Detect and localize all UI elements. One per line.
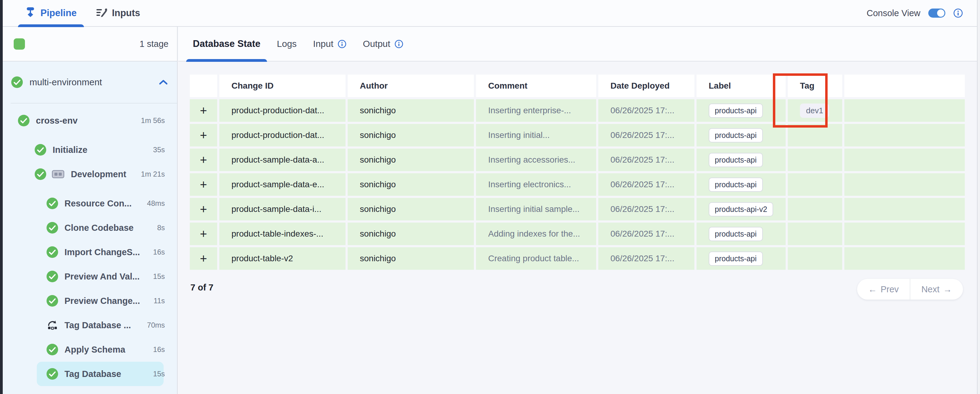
cell-date-deployed: 06/26/2025 17:...: [598, 198, 694, 220]
cell-comment: Inserting initial...: [476, 124, 596, 147]
cell-label: products-api: [697, 99, 786, 122]
step-label: Apply Schema: [64, 345, 125, 355]
sidebar-item-tag-database[interactable]: Tag Database 15s: [3, 362, 177, 386]
stage-status-square: [14, 38, 25, 49]
cell-label: products-api: [697, 223, 786, 245]
cell-label: products-api-v2: [697, 198, 786, 220]
cell-tag: [788, 247, 842, 270]
output-info-icon[interactable]: [395, 40, 403, 48]
sidebar-item-resource-constraint[interactable]: Resource Con... 48ms: [3, 191, 177, 215]
step-label: Tag Database: [64, 369, 121, 379]
sidebar-item-clone-codebase[interactable]: Clone Codebase 8s: [3, 215, 177, 240]
sidebar-item-preview-and-validate[interactable]: Preview And Val... 15s: [3, 264, 177, 289]
cell-comment: Inserting accessories...: [476, 148, 596, 171]
cell-date-deployed: 06/26/2025 17:...: [598, 148, 694, 171]
label-chip: products-api: [709, 177, 763, 192]
sidebar-item-cross-env[interactable]: cross-env 1m 56s: [3, 108, 177, 133]
left-nav-rail: [0, 0, 3, 394]
cell-author: sonichigo: [348, 99, 474, 122]
rollback-icon: [46, 319, 58, 331]
step-label: Initialize: [52, 145, 87, 155]
step-label: Resource Con...: [64, 198, 132, 209]
tab-logs[interactable]: Logs: [277, 27, 297, 61]
success-check-icon: [46, 271, 58, 282]
label-chip: products-api: [709, 104, 763, 118]
success-check-icon: [46, 222, 58, 233]
label-chip: products-api-v2: [709, 202, 773, 217]
cell-change-id: product-table-indexes-...: [219, 223, 345, 245]
pipeline-icon: [25, 7, 36, 19]
pipeline-execution-page: Pipeline Inputs Console View: [0, 0, 980, 394]
tab-label: Output: [363, 39, 390, 49]
success-check-icon: [11, 77, 23, 88]
inputs-icon: [96, 7, 107, 19]
chevron-up-icon[interactable]: [159, 80, 168, 85]
sidebar-item-import-changesets[interactable]: Import ChangeS... 16s: [3, 240, 177, 264]
expand-row-button[interactable]: +: [190, 247, 217, 270]
step-duration: 8s: [157, 223, 165, 232]
cell-date-deployed: 06/26/2025 17:...: [598, 247, 694, 270]
tab-pipeline[interactable]: Pipeline: [20, 0, 82, 27]
sidebar-item-apply-schema[interactable]: Apply Schema 16s: [3, 337, 177, 362]
tab-output[interactable]: Output: [363, 27, 403, 61]
cell-label: products-api: [697, 148, 786, 171]
cell-date-deployed: 06/26/2025 17:...: [598, 173, 694, 196]
success-check-icon: [46, 198, 58, 209]
cell-comment: Adding indexes for the...: [476, 223, 596, 245]
step-duration: 1m 21s: [141, 170, 165, 179]
cell-label: products-api: [697, 124, 786, 147]
scrollbar-track[interactable]: [977, 0, 980, 394]
tab-input[interactable]: Input: [313, 27, 347, 61]
column-header-tag: Tag: [788, 75, 842, 97]
sidebar-item-tag-database-rollback[interactable]: Tag Database ... 70ms: [3, 313, 177, 337]
tab-pipeline-label: Pipeline: [40, 8, 76, 19]
right-arrow-icon: →: [943, 284, 952, 294]
sidebar-item-initialize[interactable]: Initialize 35s: [3, 138, 177, 162]
sidebar-header: 1 stage: [3, 27, 177, 62]
label-chip: products-api: [709, 128, 763, 142]
tab-database-state[interactable]: Database State: [193, 27, 260, 61]
cell-change-id: product-table-v2: [219, 247, 345, 270]
cell-change-id: product-sample-data-e...: [219, 173, 345, 196]
cell-tag: [788, 173, 842, 196]
success-check-icon: [46, 246, 58, 258]
prev-button[interactable]: ← Prev: [857, 279, 910, 300]
cell-date-deployed: 06/26/2025 17:...: [598, 223, 694, 245]
column-header: Date Deployed: [598, 75, 694, 97]
step-label: Development: [71, 169, 126, 179]
console-view-info-icon[interactable]: [953, 8, 963, 18]
sidebar-item-preview-changes[interactable]: Preview Change... 11s: [3, 289, 177, 313]
cell-tag: [788, 124, 842, 147]
label-chip: products-api: [709, 252, 763, 266]
expand-row-button[interactable]: +: [190, 124, 217, 147]
tab-label: Logs: [277, 39, 297, 49]
label-chip: products-api: [709, 227, 763, 241]
column-header: Author: [348, 75, 474, 97]
success-check-icon: [35, 168, 46, 180]
prev-label: Prev: [881, 284, 899, 294]
console-view-label: Console View: [867, 8, 920, 18]
cell-tag: dev1: [788, 99, 842, 122]
sidebar-item-multi-environment[interactable]: multi-environment: [3, 62, 177, 103]
label-chip: products-api: [709, 153, 763, 167]
column-header-filler: [844, 75, 965, 97]
cell-author: sonichigo: [348, 247, 474, 270]
sidebar-item-development[interactable]: Development 1m 21s: [3, 162, 177, 187]
cell-change-id: product-production-dat...: [219, 99, 345, 122]
next-button[interactable]: Next →: [910, 279, 963, 300]
cell-filler: [844, 148, 965, 171]
column-header: Comment: [476, 75, 596, 97]
cell-tag: [788, 148, 842, 171]
input-info-icon[interactable]: [337, 40, 347, 48]
cell-filler: [844, 247, 965, 270]
expand-row-button[interactable]: +: [190, 99, 217, 122]
expand-row-button[interactable]: +: [190, 173, 217, 196]
expand-row-button[interactable]: +: [190, 223, 217, 245]
expand-row-button[interactable]: +: [190, 198, 217, 220]
expand-row-button[interactable]: +: [190, 148, 217, 171]
tab-inputs[interactable]: Inputs: [91, 0, 146, 27]
left-arrow-icon: ←: [868, 284, 877, 294]
cell-comment: Inserting initial sample...: [476, 198, 596, 220]
console-view-toggle[interactable]: [928, 8, 945, 18]
cell-comment: Creating product table...: [476, 247, 596, 270]
